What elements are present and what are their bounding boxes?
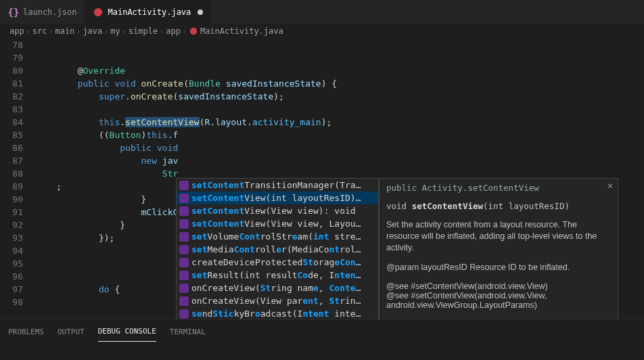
- method-icon: [179, 232, 189, 242]
- chevron-right-icon: ›: [76, 28, 80, 35]
- suggest-item[interactable]: setContentView(View view, Layou…: [177, 217, 378, 230]
- line-number: 84: [0, 116, 23, 129]
- chevron-right-icon: ›: [122, 28, 127, 35]
- breadcrumb-file[interactable]: MainActivity.java: [200, 26, 283, 36]
- line-number: 98: [0, 296, 23, 309]
- code-line[interactable]: public void onCreate(Bundle savedInstanc…: [35, 77, 644, 90]
- code-line[interactable]: this.setContentView(R.layout.activity_ma…: [35, 116, 644, 129]
- line-number: 86: [0, 141, 23, 154]
- svg-point-0: [94, 7, 102, 16]
- line-number: 78: [0, 39, 23, 51]
- java-icon: [93, 7, 104, 18]
- code-line[interactable]: super.onCreate(savedInstanceState);: [35, 90, 644, 103]
- chevron-right-icon: ›: [26, 28, 30, 35]
- method-icon: [179, 245, 189, 254]
- suggest-item[interactable]: setContentTransitionManager(Tra…: [177, 179, 378, 192]
- panel-tab-problems[interactable]: PROBLEMS: [8, 322, 44, 342]
- line-number: 96: [0, 270, 23, 283]
- suggest-item[interactable]: setResult(int resultCode, Inten…: [177, 269, 378, 282]
- panel-tab-terminal[interactable]: TERMINAL: [170, 322, 206, 342]
- line-number: 83: [0, 103, 23, 116]
- code-line[interactable]: ((Button)this.f: [35, 129, 644, 141]
- doc-param: @param layoutResID Resource ID to be inf…: [386, 262, 611, 273]
- breadcrumb[interactable]: app› src› main› java› my› simple› app› M…: [0, 24, 644, 39]
- breadcrumb-part[interactable]: main: [55, 26, 74, 36]
- suggest-item[interactable]: setContentView(int layoutResID)…: [177, 192, 378, 204]
- suggest-item[interactable]: setMediaController(MediaControl…: [177, 243, 378, 256]
- method-icon: [179, 219, 189, 229]
- method-icon: [179, 206, 189, 216]
- close-icon[interactable]: ✕: [607, 181, 614, 191]
- doc-body: Set the activity content from a layout r…: [386, 219, 611, 254]
- line-number: 92: [0, 219, 23, 231]
- doc-signature: void setContentView(int layoutResID): [386, 201, 611, 211]
- line-number: 91: [0, 206, 23, 219]
- method-icon: [179, 309, 189, 319]
- line-number: 88: [0, 167, 23, 180]
- code-line[interactable]: new jav: [35, 154, 644, 167]
- line-number: 94: [0, 244, 23, 257]
- method-icon: [179, 284, 189, 293]
- suggest-item[interactable]: setVolumeControlStream(int stre…: [177, 230, 378, 243]
- line-number-gutter: 7879808182838485868788899091929394959697…: [0, 39, 35, 319]
- unsaved-dot-icon: [198, 9, 203, 15]
- code-line[interactable]: @Override: [35, 64, 644, 77]
- suggest-item[interactable]: setContentView(View view): void: [177, 204, 378, 217]
- panel-tab-debug-console[interactable]: DEBUG CONSOLE: [98, 321, 156, 342]
- intellisense-popup[interactable]: setContentTransitionManager(Tra…setConte…: [176, 178, 379, 319]
- tab-label: launch.json: [23, 7, 76, 17]
- line-number: 95: [0, 257, 23, 270]
- breadcrumb-part[interactable]: app: [166, 26, 181, 36]
- line-number: 81: [0, 77, 23, 90]
- suggest-item[interactable]: sendStickyBroadcast(Intent inte…: [177, 307, 378, 319]
- chevron-right-icon: ›: [49, 28, 53, 35]
- breadcrumb-part[interactable]: simple: [129, 26, 158, 36]
- breadcrumb-part[interactable]: app: [9, 26, 24, 36]
- suggest-item[interactable]: onCreateView(String name, Conte…: [177, 282, 378, 294]
- suggest-item[interactable]: createDeviceProtectedStorageCon…: [177, 256, 378, 269]
- line-number: 89: [0, 180, 23, 193]
- line-number: 80: [0, 64, 23, 77]
- method-icon: [179, 271, 189, 280]
- method-icon: [179, 258, 189, 267]
- breadcrumb-part[interactable]: java: [83, 26, 102, 36]
- method-icon: [179, 194, 189, 203]
- breadcrumb-part[interactable]: src: [32, 26, 47, 36]
- editor-tab-bar: {} launch.json MainActivity.java: [0, 0, 644, 24]
- editor-area[interactable]: 7879808182838485868788899091929394959697…: [0, 39, 644, 319]
- line-number: 97: [0, 283, 23, 296]
- doc-see: @see #setContentView(android.view.View): [386, 282, 611, 291]
- doc-header: public Activity.setContentView: [386, 183, 611, 193]
- tab-label: MainActivity.java: [108, 7, 191, 17]
- code-line[interactable]: [35, 103, 644, 116]
- line-number: 90: [0, 193, 23, 206]
- method-icon: [179, 181, 189, 190]
- chevron-right-icon: ›: [183, 28, 187, 35]
- code-line[interactable]: [35, 51, 644, 64]
- doc-see: @see #setContentView(android.view.View, …: [386, 291, 611, 310]
- panel-body[interactable]: [0, 343, 644, 360]
- suggest-item[interactable]: onCreateView(View parent, Strin…: [177, 294, 378, 307]
- code-line[interactable]: public void: [35, 141, 644, 154]
- tab-mainactivity-java[interactable]: MainActivity.java: [85, 0, 211, 24]
- svg-point-1: [190, 28, 198, 35]
- code-line[interactable]: [35, 39, 644, 51]
- panel-tab-bar: PROBLEMSOUTPUTDEBUG CONSOLETERMINAL: [0, 319, 644, 343]
- panel-tab-output[interactable]: OUTPUT: [58, 322, 85, 342]
- line-number: 85: [0, 129, 23, 141]
- tab-launch-json[interactable]: {} launch.json: [0, 0, 85, 24]
- json-icon: {}: [8, 7, 19, 18]
- method-icon: [179, 296, 189, 306]
- documentation-popup: ✕ public Activity.setContentView void se…: [379, 178, 618, 319]
- line-number: 87: [0, 154, 23, 167]
- line-number: 93: [0, 231, 23, 244]
- java-icon: [189, 26, 198, 36]
- chevron-right-icon: ›: [160, 28, 164, 35]
- line-number: 79: [0, 51, 23, 64]
- line-number: 82: [0, 90, 23, 103]
- breadcrumb-part[interactable]: my: [110, 26, 120, 36]
- chevron-right-icon: ›: [104, 28, 108, 35]
